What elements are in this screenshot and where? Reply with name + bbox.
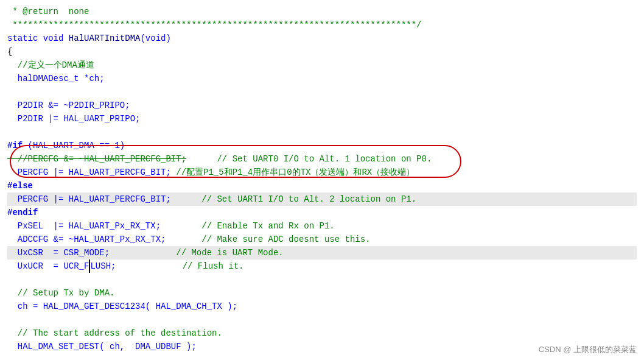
code-token: P2DIR &= ~P2DIR_PRIPO; (7, 99, 130, 112)
code-token: ****************************************… (7, 18, 422, 32)
watermark: CSDN @ 上限很低的菜菜蓝 (539, 344, 637, 355)
code-line (7, 85, 637, 99)
code-token: UxUCR = UCR_F (7, 259, 89, 273)
code-line: UxCSR = CSR_MODE; // Mode is UART Mode. (7, 246, 637, 259)
code-line: //定义一个DMA通道 (7, 58, 637, 72)
code-token: PERCFG |= HAL_UART_PERCFG_BIT; (7, 166, 171, 179)
code-token: //PERCFG &= ~HAL_UART_PERCFG_BIT; (7, 152, 186, 166)
code-line (7, 273, 637, 286)
code-token: L (89, 259, 95, 273)
code-line: PERCFG |= HAL_UART_PERCFG_BIT; //配置P1_5和… (7, 166, 637, 179)
code-line: // The start address of the destination. (7, 326, 637, 340)
code-token: // Make sure ADC doesnt use this. (166, 233, 370, 246)
code-token: // Flush it. (116, 259, 243, 273)
code-token: // The start address of the destination. (7, 326, 222, 340)
code-line: P2DIR |= HAL_UART_PRIPO; (7, 112, 637, 125)
code-token: #else (7, 179, 33, 192)
code-token: PxSEL |= HAL_UART_Px_RX_TX; (7, 219, 161, 233)
code-token: //配置P1_5和P1_4用作串口0的TX（发送端）和RX（接收端） (171, 166, 415, 179)
code-token: halDMADesc_t *ch; (7, 72, 105, 85)
code-token: #endif (7, 206, 38, 219)
code-block: * @return none *************************… (7, 5, 637, 353)
code-line (7, 125, 637, 139)
code-token: // Set UART0 I/O to Alt. 1 location on P… (186, 152, 432, 166)
code-line: #endif (7, 206, 637, 219)
code-line: PERCFG |= HAL_UART_PERCFG_BIT; // Set UA… (7, 192, 637, 206)
code-token: ADCCFG &= ~HAL_UART_Px_RX_TX; (7, 233, 166, 246)
code-token: HalUARTInitDMA (69, 32, 141, 45)
code-line: P2DIR &= ~P2DIR_PRIPO; (7, 99, 637, 112)
code-line (7, 313, 637, 326)
code-line: UxUCR = UCR_FLUSH; // Flush it. (7, 259, 637, 273)
code-line: * @return none (7, 5, 637, 18)
code-line: //PERCFG &= ~HAL_UART_PERCFG_BIT; // Set… (7, 152, 637, 166)
code-token: // Set UART1 I/O to Alt. 2 location on P… (171, 192, 416, 206)
code-token: PERCFG |= HAL_UART_PERCFG_BIT; (7, 192, 171, 206)
code-token: * @return none (7, 5, 89, 18)
code-line: static void HalUARTInitDMA(void) (7, 32, 637, 45)
code-token: (HAL_UART_DMA == 1) (28, 139, 125, 152)
code-token: //定义一个DMA通道 (7, 58, 94, 72)
code-token: // Enable Tx and Rx on P1. (161, 219, 335, 233)
code-line: // Setup Tx by DMA. (7, 286, 637, 300)
code-line: PxSEL |= HAL_UART_Px_RX_TX; // Enable Tx… (7, 219, 637, 233)
code-token: static void (7, 32, 69, 45)
code-token: HAL_DMA_SET_DEST( ch, DMA_UDBUF ); (7, 340, 197, 353)
code-token: P2DIR |= HAL_UART_PRIPO; (7, 112, 140, 125)
code-token: ch = HAL_DMA_GET_DESC1234( HAL_DMA_CH_TX… (7, 300, 237, 313)
code-token: USH; (96, 259, 116, 273)
code-token: (void) (140, 32, 170, 45)
code-line: ch = HAL_DMA_GET_DESC1234( HAL_DMA_CH_TX… (7, 300, 637, 313)
code-token: // Setup Tx by DMA. (7, 286, 114, 300)
code-line: #if (HAL_UART_DMA == 1) (7, 139, 637, 152)
code-line: halDMADesc_t *ch; (7, 72, 637, 85)
code-line: ****************************************… (7, 18, 637, 32)
code-token: UxCSR = CSR_MODE; (7, 246, 110, 259)
code-container: * @return none *************************… (0, 0, 644, 360)
code-line: ADCCFG &= ~HAL_UART_Px_RX_TX; // Make su… (7, 233, 637, 246)
code-line: { (7, 45, 637, 58)
code-token: #if (7, 139, 28, 152)
code-line: #else (7, 179, 637, 192)
code-token: { (7, 45, 12, 58)
code-token: // Mode is UART Mode. (110, 246, 284, 259)
